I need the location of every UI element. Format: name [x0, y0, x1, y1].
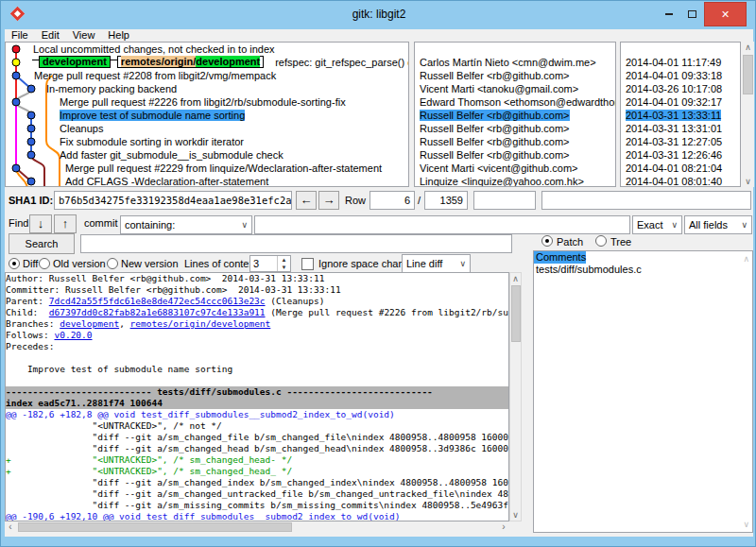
file-list-item[interactable]: Comments: [534, 251, 586, 264]
date-cell[interactable]: 2014-04-01 09:32:17: [621, 95, 740, 109]
diff-horizontal-scrollbar[interactable]: ‹ ›: [5, 521, 509, 534]
branch-label[interactable]: development: [39, 56, 111, 68]
file-list-pane[interactable]: Commentstests/diff/submodules.c ∧ ∨: [533, 250, 753, 533]
date-cell[interactable]: 2014-04-01 11:17:49: [621, 56, 740, 69]
scroll-up-icon[interactable]: ∧: [743, 254, 749, 264]
commit-row[interactable]: Add faster git_submodule__is_submodule c…: [6, 148, 408, 162]
diff-mode-dropdown[interactable]: Line diff∨: [402, 254, 471, 273]
date-cell[interactable]: 2014-03-31 12:26:46: [621, 148, 740, 162]
commit-list-pane[interactable]: Local uncommitted changes, not checked i…: [5, 42, 409, 187]
close-button[interactable]: ✕: [704, 2, 747, 26]
diff-text: "diff --git a/sm_changed_file b/sm_chang…: [6, 432, 509, 442]
diff-text: Author: Russell Belfer <rb@github.com> 2…: [6, 273, 324, 283]
menu-item-edit[interactable]: Edit: [35, 29, 66, 42]
scrollbar-thumb[interactable]: [743, 55, 753, 94]
author-cell[interactable]: Russell Belfer <rb@github.com>: [415, 135, 615, 148]
file-list-row[interactable]: tests/diff/submodules.c: [534, 264, 752, 276]
scroll-down-icon[interactable]: ∨: [510, 509, 521, 521]
date-cell[interactable]: 2014-04-01 08:01:40: [621, 175, 740, 187]
menu-item-file[interactable]: File: [5, 29, 35, 42]
author-cell[interactable]: Vicent Marti <vicent@github.com>: [415, 162, 615, 175]
file-list-item[interactable]: tests/diff/submodules.c: [534, 264, 642, 276]
diff-line: "<UNTRACKED>", /* not */: [6, 420, 508, 432]
date-list-pane[interactable]: 2014-04-01 11:17:492014-04-01 09:33:1820…: [620, 42, 741, 187]
scrollbar-thumb[interactable]: [511, 285, 521, 342]
find-next-button[interactable]: ↓: [29, 214, 52, 233]
row-current-field[interactable]: 6: [369, 191, 415, 210]
forward-button[interactable]: →: [318, 191, 339, 210]
diff-line: @@ -190,6 +192,10 @@ void test_diff_subm…: [6, 511, 508, 521]
maximize-button[interactable]: [679, 2, 704, 26]
file-list-row[interactable]: Comments: [534, 251, 752, 264]
commit-row[interactable]: Merge pull request #2208 from libgit2/vm…: [6, 69, 408, 82]
commit-row[interactable]: Improve test of submodule name sorting: [6, 109, 408, 122]
commit-row[interactable]: Merge pull request #2226 from libgit2/rb…: [6, 95, 408, 109]
diff-vertical-scrollbar[interactable]: ∧ ∨: [509, 272, 522, 521]
author-cell[interactable]: Edward Thomson <ethomson@edwardthomson.c…: [415, 95, 615, 109]
new-version-radio[interactable]: [107, 258, 118, 269]
date-cell[interactable]: 2014-03-31 13:33:11: [621, 109, 740, 122]
menu-item-help[interactable]: Help: [101, 29, 136, 42]
date-cell[interactable]: 2014-03-26 10:17:08: [621, 82, 740, 95]
search-input[interactable]: [80, 234, 512, 253]
commit-link[interactable]: v0.20.0: [54, 330, 92, 340]
search-button[interactable]: Search: [9, 233, 75, 254]
commit-row[interactable]: In-memory packing backend: [6, 82, 408, 95]
back-button[interactable]: ←: [296, 191, 317, 210]
fields-dropdown[interactable]: All fields∨: [684, 215, 752, 234]
scrollbar-thumb[interactable]: [18, 522, 292, 532]
commit-row[interactable]: Add CFLAGS -Wdeclaration-after-statement: [6, 175, 408, 187]
commit-link[interactable]: development: [60, 318, 119, 329]
diff-text: @@ -182,6 +182,8 @@ void test_diff_submo…: [6, 409, 395, 419]
down-arrow-icon: ↓: [38, 216, 44, 231]
commit-link[interactable]: d67397dd0c82fab82a1e6883107c97c4e133a911: [49, 307, 266, 317]
patch-radio[interactable]: [541, 235, 553, 247]
author-cell[interactable]: Russell Belfer <rb@github.com>: [415, 69, 615, 82]
find-input[interactable]: [254, 215, 630, 234]
match-mode-dropdown[interactable]: containing:∨: [120, 215, 252, 234]
author-list-pane[interactable]: Carlos Martín Nieto <cmn@dwim.me>Russell…: [414, 42, 616, 187]
old-version-radio[interactable]: [39, 258, 50, 269]
scroll-right-icon[interactable]: ›: [498, 521, 509, 534]
date-cell[interactable]: 2014-04-01 08:21:04: [621, 162, 740, 175]
date-cell[interactable]: 2014-03-31 12:27:05: [621, 135, 740, 148]
tree-radio[interactable]: [595, 235, 607, 247]
commit-row[interactable]: Cleanups: [6, 122, 408, 135]
scroll-down-icon[interactable]: ∨: [742, 176, 754, 187]
author-cell[interactable]: Russell Belfer <rb@github.com>: [415, 109, 615, 122]
sha1-input[interactable]: b76b5d34275fe33192358d4eaa1ae98e31efc2a1: [54, 191, 292, 210]
commit-row[interactable]: Merge pull request #2229 from linquize/W…: [6, 162, 408, 175]
commit-link[interactable]: remotes/origin/development: [130, 318, 271, 329]
find-prev-button[interactable]: ↑: [54, 214, 77, 233]
diff-view[interactable]: Author: Russell Belfer <rb@github.com> 2…: [5, 272, 509, 521]
author-cell[interactable]: Russell Belfer <rb@github.com>: [415, 148, 615, 162]
remote-branch-label[interactable]: remotes/origin/development: [117, 56, 264, 68]
author-cell[interactable]: Vicent Marti <tanoku@gmail.com>: [415, 82, 615, 95]
author-cell[interactable]: [415, 43, 615, 56]
scroll-up-icon[interactable]: ∧: [510, 273, 521, 284]
chevron-down-icon: ∨: [741, 216, 747, 233]
commit-list-scrollbar[interactable]: ∧ ∨: [742, 42, 754, 187]
date-cell[interactable]: 2014-04-01 09:33:18: [621, 69, 740, 82]
context-lines-stepper[interactable]: 3 ▲▼: [249, 255, 291, 272]
minimize-button[interactable]: [657, 2, 681, 26]
menu-item-view[interactable]: View: [66, 29, 102, 42]
author-cell[interactable]: Linquize <linquize@yahoo.com.hk>: [415, 175, 615, 187]
author-cell[interactable]: Russell Belfer <rb@github.com>: [415, 122, 615, 135]
commit-row[interactable]: Fix submodule sorting in workdir iterato…: [6, 135, 408, 148]
exact-dropdown[interactable]: Exact∨: [632, 215, 682, 234]
commit-link[interactable]: 7dcd42a55f5fdc61e8e8de472ec54ccc0613e23c: [49, 296, 266, 306]
date-cell[interactable]: [621, 43, 740, 56]
diff-line: Follows: v0.20.0: [6, 330, 508, 341]
scroll-left-icon[interactable]: ‹: [5, 521, 16, 534]
diff-radio[interactable]: [9, 258, 20, 269]
ref-connector-line: [32, 60, 39, 60]
commit-row[interactable]: Local uncommitted changes, not checked i…: [6, 43, 408, 56]
date-cell[interactable]: 2014-03-31 13:31:01: [621, 122, 740, 135]
stepper-arrows-icon[interactable]: ▲▼: [277, 256, 290, 271]
commit-row[interactable]: developmentremotes/origin/developmentref…: [6, 56, 408, 69]
author-cell[interactable]: Carlos Martín Nieto <cmn@dwim.me>: [415, 56, 615, 69]
ignore-space-checkbox[interactable]: [301, 258, 314, 270]
scroll-down-icon[interactable]: ∨: [743, 520, 749, 529]
scroll-up-icon[interactable]: ∧: [742, 42, 754, 53]
